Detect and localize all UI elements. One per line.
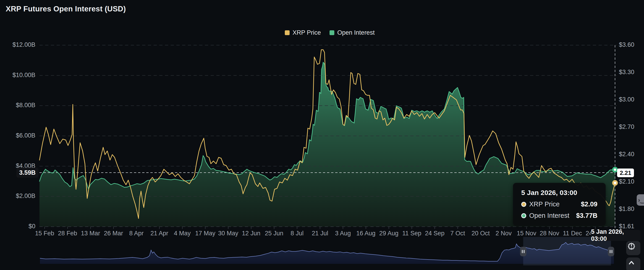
chart-canvas[interactable] — [0, 0, 644, 270]
x-axis-label: 21 Jul — [312, 230, 328, 237]
y-axis-label-right: $2.10 — [619, 178, 634, 185]
x-axis-label: 3 Aug — [335, 230, 351, 237]
x-axis-label: 28 Nov — [540, 230, 559, 237]
x-axis-label: 2 Nov — [496, 230, 512, 237]
handle-grip-icon — [611, 250, 612, 253]
open-interest-swatch-icon — [330, 30, 334, 35]
handle-grip-icon — [522, 250, 523, 253]
y-axis-label-right: $2.40 — [619, 151, 634, 158]
x-axis-label: 11 Dec — [563, 230, 582, 237]
x-axis-label: 15 Feb — [35, 230, 54, 237]
x-axis-label: 26 Mar — [104, 230, 123, 237]
chart-panel: XRP Futures Open Interest (USD) XRP Pric… — [0, 0, 644, 270]
x-axis-label: 17 May — [195, 230, 216, 237]
x-axis-label: 4 May — [174, 230, 191, 237]
x-axis-label: 28 Feb — [58, 230, 77, 237]
open-interest-marker — [613, 168, 617, 172]
y-axis-label-right: $1.80 — [619, 206, 634, 213]
tooltip-row-open-interest: Open Interest $3.77B — [521, 212, 598, 219]
navigator-handle-right[interactable] — [608, 247, 614, 256]
crosshair-date-badge: 5 Jan 2026, 03:00 — [591, 230, 640, 241]
legend-label: Open Interest — [337, 29, 375, 36]
y-axis-label-right: $3.00 — [619, 96, 634, 103]
tooltip-label: Open Interest — [529, 212, 576, 219]
x-axis-label: 11 Sep — [402, 230, 422, 237]
y-axis-label-right: $3.60 — [619, 41, 634, 48]
legend-item-xrp-price[interactable]: XRP Price — [285, 29, 321, 36]
y-axis-label-left: $2.00B — [16, 193, 35, 200]
handle-grip-icon — [610, 250, 610, 253]
x-axis-label: 13 Mar — [81, 230, 100, 237]
y-axis-label-left: $8.00B — [16, 102, 35, 109]
x-axis-label: 29 Aug — [379, 230, 398, 237]
alerts-button[interactable] — [626, 241, 640, 255]
y-axis-label-left: $0 — [28, 223, 35, 230]
x-axis-label: 16 Aug — [356, 230, 376, 237]
tooltip: 5 Jan 2026, 03:00 XRP Price $2.09 Open I… — [513, 183, 606, 226]
x-axis-label: 30 May — [218, 230, 238, 237]
seal-exclamation-icon — [626, 241, 637, 252]
y-axis-label-right: $2.70 — [619, 123, 634, 130]
tooltip-value: $2.09 — [581, 201, 598, 208]
navigator-handle-left[interactable] — [520, 247, 526, 256]
crosshair-oi-value-badge: 3.59B — [16, 168, 38, 178]
xrp-price-dot-icon — [521, 202, 526, 207]
xrp-price-swatch-icon — [285, 30, 290, 35]
x-axis-label: 12 Jun — [242, 230, 260, 237]
legend-label: XRP Price — [292, 29, 321, 36]
open-interest-dot-icon — [521, 213, 526, 218]
crosshair-price-value-badge: 2.21 — [617, 169, 634, 177]
x-axis-label: 15 Nov — [517, 230, 536, 237]
x-axis-label: 21 Apr — [150, 230, 168, 237]
y-axis-label-left: $6.00B — [16, 132, 35, 139]
x-axis-label: 24 Sep — [425, 230, 444, 237]
collapse-button[interactable] — [626, 258, 640, 270]
handle-grip-icon — [524, 250, 525, 253]
side-panel-toggle[interactable]: ›‿ — [637, 194, 644, 206]
tooltip-row-price: XRP Price $2.09 — [521, 201, 598, 208]
xrp-price-marker — [613, 181, 617, 185]
page-title: XRP Futures Open Interest (USD) — [6, 4, 126, 13]
y-axis-label-left: $12.00B — [12, 41, 35, 48]
x-axis-label: 8 Apr — [129, 230, 144, 237]
chevron-up-icon — [626, 258, 637, 268]
y-axis-label-right: $3.30 — [619, 69, 634, 76]
x-axis-label: 25 Jun — [265, 230, 284, 237]
tooltip-value: $3.77B — [576, 212, 598, 219]
legend: XRP Price Open Interest — [285, 29, 375, 36]
tooltip-label: XRP Price — [529, 201, 581, 208]
tooltip-date: 5 Jan 2026, 03:00 — [521, 189, 598, 197]
x-axis-label: 20 Oct — [472, 230, 490, 237]
chevron-right-squiggle-icon: ›‿ — [638, 197, 644, 203]
x-axis-label: 8 Jul — [290, 230, 304, 237]
y-axis-label-left: $10.00B — [12, 72, 35, 79]
x-axis-label: 7 Oct — [450, 230, 465, 237]
legend-item-open-interest[interactable]: Open Interest — [330, 29, 375, 36]
